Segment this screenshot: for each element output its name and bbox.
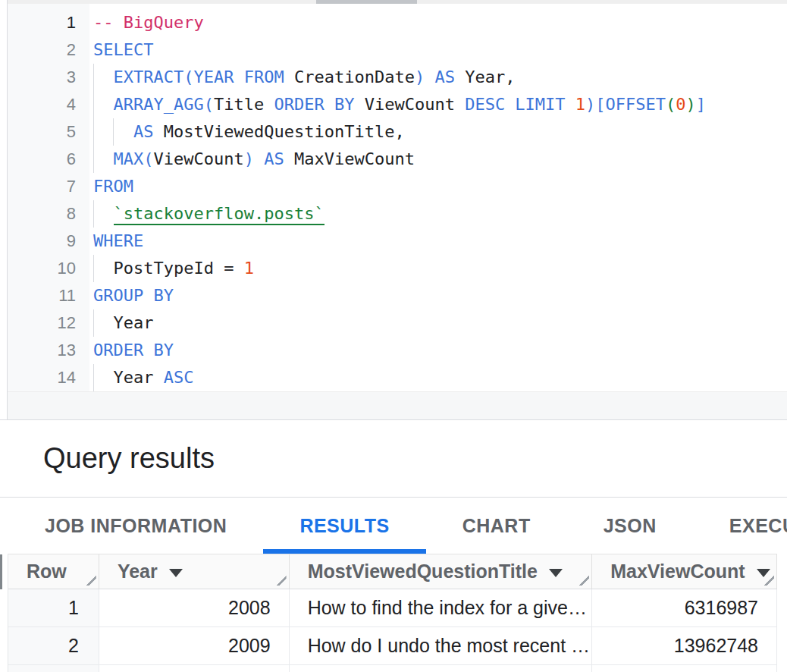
code-line[interactable]: 13ORDER BY	[8, 337, 787, 364]
indent-guide	[93, 309, 94, 337]
cell-mostviewedquestiontitle: How do I undo the most recent …	[290, 627, 593, 664]
code-line[interactable]: 8 `stackoverflow.posts`	[8, 200, 787, 228]
table-body: 12008How to find the index for a give…63…	[8, 589, 777, 672]
code-text: ORDER BY	[89, 337, 787, 364]
code-line[interactable]: 3 EXTRACT(YEAR FROM CreationDate) AS Yea…	[8, 64, 787, 91]
code-text: Year	[89, 309, 787, 337]
column-resize-handle[interactable]	[80, 574, 96, 586]
cell-maxviewcount: 13962748	[592, 627, 777, 664]
token-br1: (	[204, 95, 214, 114]
token-br2: )	[686, 95, 696, 114]
sort-menu-icon[interactable]	[757, 569, 770, 577]
token-id: PostTypeId	[114, 259, 214, 278]
line-number: 8	[8, 200, 89, 228]
cell-value: 2008	[228, 597, 271, 619]
cell-row: 1	[8, 589, 99, 626]
sql-editor[interactable]: 1-- BigQuery2SELECT3 EXTRACT(YEAR FROM C…	[0, 4, 787, 419]
token-pl	[284, 149, 294, 168]
token-id: CreationDate	[294, 68, 415, 86]
tab-json[interactable]: JSON	[567, 498, 693, 554]
token-pl	[93, 204, 114, 223]
token-id: ViewCount	[154, 149, 244, 168]
code-text: PostTypeId = 1	[89, 255, 787, 282]
code-line[interactable]: 14 Year ASC	[8, 364, 787, 391]
indent-guide	[113, 118, 114, 146]
token-pl	[153, 122, 163, 141]
token-kw: FROM	[93, 177, 133, 196]
code-line[interactable]: 1-- BigQuery	[8, 9, 787, 36]
table-reference-link[interactable]: `stackoverflow.posts`	[114, 204, 325, 225]
token-pl: ,	[394, 122, 404, 141]
column-header-label: Year	[118, 561, 158, 583]
cell-year	[99, 665, 290, 672]
token-kw: SELECT	[93, 40, 153, 59]
token-pl	[93, 313, 114, 332]
line-number: 14	[8, 364, 89, 391]
cell-mostviewedquestiontitle: How to find the index for a give…	[290, 589, 593, 626]
results-table: RowYearMostViewedQuestionTitleMaxViewCou…	[8, 554, 777, 672]
token-br1: ]	[696, 95, 706, 114]
sort-menu-icon[interactable]	[549, 569, 563, 577]
line-number: 4	[8, 91, 89, 118]
cell-mostviewedquestiontitle	[290, 665, 593, 672]
column-header-mostviewedquestiontitle[interactable]: MostViewedQuestionTitle	[290, 554, 593, 589]
indent-guide	[93, 146, 94, 173]
code-line[interactable]: 9WHERE	[8, 228, 787, 255]
line-number: 5	[8, 118, 89, 146]
token-kw: GROUP BY	[93, 286, 174, 305]
code-text: `stackoverflow.posts`	[89, 200, 787, 228]
code-line[interactable]: 4 ARRAY_AGG(Title ORDER BY ViewCount DES…	[8, 91, 787, 118]
tab-job-information[interactable]: JOB INFORMATION	[8, 498, 263, 554]
line-number: 6	[8, 146, 89, 173]
token-pl	[153, 368, 163, 387]
token-kw: AS	[264, 149, 284, 168]
code-line[interactable]: 10 PostTypeId = 1	[8, 255, 787, 282]
code-lines: 1-- BigQuery2SELECT3 EXTRACT(YEAR FROM C…	[8, 9, 787, 391]
table-row: 22009How do I undo the most recent …1396…	[8, 627, 777, 665]
token-id: Year	[114, 368, 154, 387]
token-pl	[93, 68, 114, 86]
column-header-maxviewcount[interactable]: MaxViewCount	[592, 554, 777, 589]
cell-row: 2	[8, 627, 99, 664]
token-pl	[284, 68, 294, 86]
line-number: 7	[8, 173, 89, 200]
code-line[interactable]: 7FROM	[8, 173, 787, 200]
table-row: 12008How to find the index for a give…63…	[8, 589, 777, 627]
token-com: -- BigQuery	[93, 13, 204, 32]
column-resize-handle[interactable]	[271, 574, 287, 586]
table-left-edge-strip	[0, 554, 2, 589]
indent-guide	[93, 118, 94, 146]
code-line[interactable]: 5 AS MostViewedQuestionTitle,	[8, 118, 787, 146]
code-line[interactable]: 12 Year	[8, 309, 787, 337]
token-pl	[455, 95, 465, 114]
line-number: 11	[8, 282, 89, 309]
column-resize-handle[interactable]	[573, 574, 589, 586]
table-header-row: RowYearMostViewedQuestionTitleMaxViewCou…	[8, 554, 777, 589]
code-line[interactable]: 6 MAX(ViewCount) AS MaxViewCount	[8, 146, 787, 173]
token-id: MostViewedQuestionTitle	[164, 122, 395, 141]
line-number: 10	[8, 255, 89, 282]
column-header-row[interactable]: Row	[8, 554, 99, 589]
token-br2: (	[666, 95, 676, 114]
tab-execution-details[interactable]: EXECUTION DETAILS	[693, 498, 787, 554]
code-text: Year ASC	[89, 364, 787, 391]
token-pl	[354, 95, 364, 114]
code-line[interactable]: 11GROUP BY	[8, 282, 787, 309]
column-header-year[interactable]: Year	[99, 554, 290, 589]
cell-year: 2008	[99, 589, 290, 626]
token-id: Title	[214, 95, 264, 114]
tab-results[interactable]: RESULTS	[263, 498, 425, 554]
tab-chart[interactable]: CHART	[426, 498, 567, 554]
line-number: 12	[8, 309, 89, 337]
cell-value: 2009	[228, 635, 271, 657]
sort-menu-icon[interactable]	[169, 569, 183, 577]
code-line[interactable]: 2SELECT	[8, 36, 787, 64]
token-kw: AS	[133, 122, 154, 141]
cell-value: 13962748	[674, 635, 758, 657]
token-br1: )	[244, 149, 254, 168]
token-br1: (	[183, 68, 193, 86]
code-text: FROM	[89, 173, 787, 200]
token-pl: =	[214, 259, 244, 278]
code-text: AS MostViewedQuestionTitle,	[89, 118, 787, 146]
token-id: Year	[114, 313, 154, 332]
